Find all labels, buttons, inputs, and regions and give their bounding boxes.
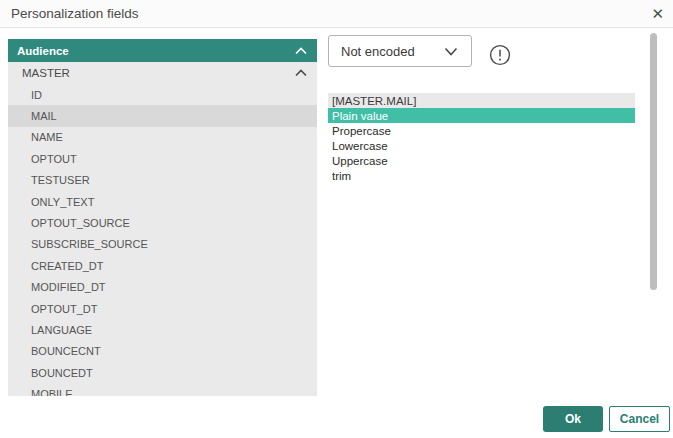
- format-option-propercase[interactable]: Propercase: [328, 123, 635, 138]
- field-row-optout-dt[interactable]: OPTOUT_DT: [8, 298, 317, 319]
- format-option-lowercase[interactable]: Lowercase: [328, 138, 635, 153]
- ok-button[interactable]: Ok: [543, 406, 603, 432]
- field-row-subscribe-source[interactable]: SUBSCRIBE_SOURCE: [8, 234, 317, 255]
- audience-section-label: Audience: [17, 45, 69, 57]
- chevron-down-icon: [444, 47, 458, 56]
- format-option-uppercase[interactable]: Uppercase: [328, 153, 635, 168]
- audience-field-panel: Audience MASTER ID MAIL NAME OPTOUT TEST…: [8, 39, 317, 396]
- field-row-bouncedt[interactable]: BOUNCEDT: [8, 362, 317, 383]
- group-master-label: MASTER: [22, 67, 70, 79]
- audience-section-header[interactable]: Audience: [8, 39, 317, 62]
- format-option-trim[interactable]: trim: [328, 168, 635, 183]
- field-row-bouncecnt[interactable]: BOUNCECNT: [8, 341, 317, 362]
- field-row-only-text[interactable]: ONLY_TEXT: [8, 191, 317, 212]
- field-row-testuser[interactable]: TESTUSER: [8, 170, 317, 191]
- close-icon[interactable]: ✕: [649, 3, 666, 25]
- group-row-master[interactable]: MASTER: [8, 62, 317, 84]
- format-option-plain-value[interactable]: Plain value: [328, 108, 635, 123]
- encoding-dropdown[interactable]: Not encoded: [328, 35, 472, 67]
- field-row-name[interactable]: NAME: [8, 127, 317, 148]
- field-row-created-dt[interactable]: CREATED_DT: [8, 255, 317, 276]
- cancel-button[interactable]: Cancel: [609, 406, 670, 432]
- encoding-dropdown-value: Not encoded: [341, 44, 415, 59]
- field-row-id[interactable]: ID: [8, 84, 317, 105]
- field-row-language[interactable]: LANGUAGE: [8, 319, 317, 340]
- format-options-list: [MASTER.MAIL] Plain value Propercase Low…: [328, 93, 635, 183]
- field-row-optout[interactable]: OPTOUT: [8, 148, 317, 169]
- field-row-optout-source[interactable]: OPTOUT_SOURCE: [8, 212, 317, 233]
- personalization-fields-dialog: Personalization fields ✕ Audience MASTER…: [0, 0, 673, 438]
- field-row-mobile[interactable]: MOBILE: [8, 383, 317, 396]
- dialog-titlebar: Personalization fields ✕: [0, 0, 673, 28]
- chevron-up-icon: [295, 47, 307, 55]
- vertical-scrollbar-thumb[interactable]: [650, 33, 657, 290]
- dialog-title: Personalization fields: [11, 6, 139, 21]
- selected-field-token: [MASTER.MAIL]: [328, 93, 635, 108]
- field-row-mail[interactable]: MAIL: [8, 105, 317, 126]
- chevron-up-icon: [295, 69, 307, 77]
- warning-exclamation-icon[interactable]: [489, 44, 511, 66]
- field-row-modified-dt[interactable]: MODIFIED_DT: [8, 277, 317, 298]
